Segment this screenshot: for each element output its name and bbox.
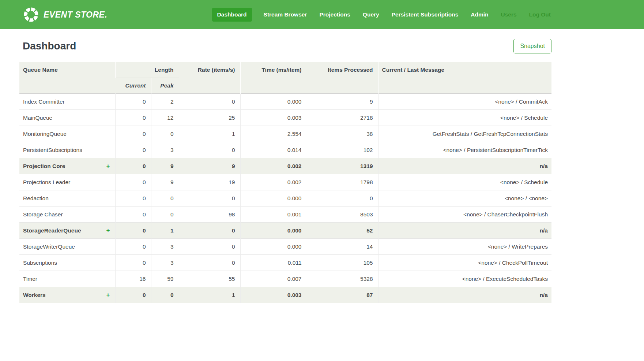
column-header-queue-name: Queue Name <box>19 62 115 94</box>
time-cell: 0.000 <box>240 190 307 206</box>
rate-cell: 9 <box>179 158 240 174</box>
table-row: Projections Leader09190.0021798<none> / … <box>19 174 551 190</box>
length-current-cell: 0 <box>115 190 151 206</box>
rate-cell: 0 <box>179 255 240 271</box>
items-processed-cell: 38 <box>307 126 378 142</box>
column-header-items-processed: Items Processed <box>307 62 378 94</box>
queue-name-cell: MonitoringQueue <box>19 126 115 142</box>
column-header-length: Length <box>115 62 179 78</box>
rate-cell: 0 <box>179 223 240 239</box>
items-processed-cell: 1319 <box>307 158 378 174</box>
items-processed-cell: 1798 <box>307 174 378 190</box>
length-peak-cell: 0 <box>151 206 179 223</box>
length-peak-cell: 0 <box>151 287 179 303</box>
queue-name-cell: Redaction <box>19 190 115 206</box>
main-content: Dashboard Snapshot Queue Name Length Rat… <box>19 39 551 303</box>
expand-plus-icon[interactable]: + <box>106 227 110 234</box>
time-cell: 0.014 <box>240 142 307 158</box>
queue-name: Redaction <box>23 195 49 202</box>
queue-name: Workers <box>23 292 46 298</box>
last-message-cell: <none> / Schedule <box>378 174 551 190</box>
queue-name-cell: Projections Leader <box>19 174 115 190</box>
nav-item-stream-browser[interactable]: Stream Browser <box>263 8 308 22</box>
time-cell: 0.011 <box>240 255 307 271</box>
last-message-cell: <none> / WritePrepares <box>378 239 551 255</box>
column-header-message: Current / Last Message <box>378 62 551 94</box>
length-peak-cell: 3 <box>151 142 179 158</box>
length-current-cell: 0 <box>115 287 151 303</box>
length-peak-cell: 3 <box>151 239 179 255</box>
items-processed-cell: 105 <box>307 255 378 271</box>
time-cell: 0.003 <box>240 110 307 126</box>
length-peak-cell: 0 <box>151 126 179 142</box>
last-message-cell: n/a <box>378 287 551 303</box>
queue-name-cell: PersistentSubscriptions <box>19 142 115 158</box>
nav-item-persistent-subscriptions[interactable]: Persistent Subscriptions <box>391 8 459 22</box>
queue-name-cell: StorageWriterQueue <box>19 239 115 255</box>
length-peak-cell: 3 <box>151 255 179 271</box>
rate-cell: 98 <box>179 206 240 223</box>
table-row: StorageReaderQueue+0100.00052n/a <box>19 223 551 239</box>
rate-cell: 1 <box>179 287 240 303</box>
queue-name-cell: Index Committer <box>19 94 115 110</box>
column-header-time: Time (ms/item) <box>240 62 307 94</box>
length-current-cell: 0 <box>115 110 151 126</box>
table-row: Timer1659550.0075328<none> / ExecuteSche… <box>19 271 551 287</box>
expand-plus-icon[interactable]: + <box>106 292 110 298</box>
rate-cell: 0 <box>179 190 240 206</box>
length-current-cell: 0 <box>115 255 151 271</box>
time-cell: 0.000 <box>240 223 307 239</box>
nav-item-admin[interactable]: Admin <box>470 8 489 22</box>
items-processed-cell: 5328 <box>307 271 378 287</box>
length-current-cell: 0 <box>115 94 151 110</box>
queue-name-cell: Subscriptions <box>19 255 115 271</box>
nav-item-dashboard[interactable]: Dashboard <box>212 8 252 22</box>
nav-item-users[interactable]: Users <box>500 8 517 22</box>
length-current-cell: 0 <box>115 239 151 255</box>
brand-logo[interactable]: EVENT STORE. <box>19 6 107 23</box>
nav-item-projections[interactable]: Projections <box>319 8 351 22</box>
rate-cell: 0 <box>179 94 240 110</box>
items-processed-cell: 9 <box>307 94 378 110</box>
rate-cell: 25 <box>179 110 240 126</box>
time-cell: 0.000 <box>240 239 307 255</box>
length-current-cell: 0 <box>115 206 151 223</box>
queue-name: Projection Core <box>23 163 65 170</box>
time-cell: 0.000 <box>240 94 307 110</box>
table-row: Index Committer0200.0009<none> / CommitA… <box>19 94 551 110</box>
snapshot-button[interactable]: Snapshot <box>513 39 551 53</box>
length-peak-cell: 12 <box>151 110 179 126</box>
length-current-cell: 0 <box>115 142 151 158</box>
queue-name-cell: StorageReaderQueue+ <box>19 223 115 239</box>
page-header: Dashboard Snapshot <box>19 39 551 53</box>
last-message-cell: <none> / <none> <box>378 190 551 206</box>
table-row: Workers+0010.00387n/a <box>19 287 551 303</box>
last-message-cell: <none> / Schedule <box>378 110 551 126</box>
queue-name: StorageReaderQueue <box>23 227 81 234</box>
queue-name-cell: MainQueue <box>19 110 115 126</box>
last-message-cell: <none> / CheckPollTimeout <box>378 255 551 271</box>
length-current-cell: 0 <box>115 158 151 174</box>
event-store-logo-icon <box>23 6 39 23</box>
nav-menu: DashboardStream BrowserProjectionsQueryP… <box>212 8 551 22</box>
length-current-cell: 0 <box>115 126 151 142</box>
last-message-cell: n/a <box>378 158 551 174</box>
column-header-length-current: Current <box>115 78 151 94</box>
nav-item-query[interactable]: Query <box>362 8 380 22</box>
rate-cell: 19 <box>179 174 240 190</box>
items-processed-cell: 52 <box>307 223 378 239</box>
queue-name-cell: Projection Core+ <box>19 158 115 174</box>
queue-name-cell: Storage Chaser <box>19 206 115 223</box>
length-peak-cell: 0 <box>151 190 179 206</box>
last-message-cell: <none> / ChaserCheckpointFlush <box>378 206 551 223</box>
top-navbar: EVENT STORE. DashboardStream BrowserProj… <box>0 0 644 29</box>
queue-name: PersistentSubscriptions <box>23 147 82 153</box>
table-row: MonitoringQueue0012.55438GetFreshStats /… <box>19 126 551 142</box>
table-header: Queue Name Length Rate (items/s) Time (m… <box>19 62 551 94</box>
table-row: Subscriptions0300.011105<none> / CheckPo… <box>19 255 551 271</box>
nav-item-log-out[interactable]: Log Out <box>528 8 551 22</box>
items-processed-cell: 2718 <box>307 110 378 126</box>
expand-plus-icon[interactable]: + <box>106 163 110 169</box>
queues-table: Queue Name Length Rate (items/s) Time (m… <box>19 62 551 303</box>
length-peak-cell: 9 <box>151 174 179 190</box>
